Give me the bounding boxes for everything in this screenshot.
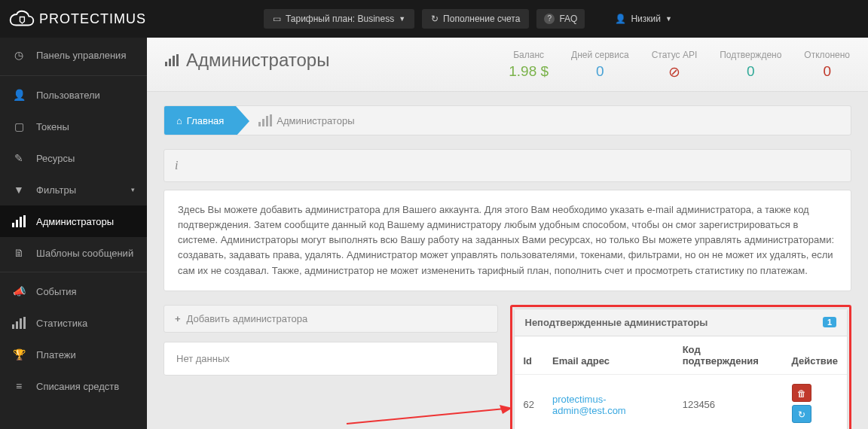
sidebar-item-admins[interactable]: Администраторы xyxy=(0,205,147,237)
main-content: Администраторы Баланс 1.98 $ Дней сервис… xyxy=(147,38,868,429)
svg-marker-1 xyxy=(500,405,512,414)
sidebar-item-label: Ресурсы xyxy=(36,153,75,164)
stat-label: Дней сервиса xyxy=(571,50,629,60)
add-admin-label: Добавить администратора xyxy=(187,313,308,324)
stat-balance: Баланс 1.98 $ xyxy=(509,50,549,81)
panel-header: Неподтвержденные администраторы 1 xyxy=(515,309,848,336)
brand-logo[interactable]: PROTECTIMUS xyxy=(0,9,147,29)
stat-rejected: Отклонено 0 xyxy=(804,50,850,81)
two-column-row: + Добавить администратора Нет данных Неп… xyxy=(164,305,851,429)
stat-value: 0 xyxy=(804,63,850,80)
info-bar: i xyxy=(164,149,851,182)
cell-actions: 🗑 ↻ xyxy=(783,374,847,429)
faq-button[interactable]: ? FAQ xyxy=(536,9,585,29)
count-badge: 1 xyxy=(823,317,836,327)
page-title: Администраторы xyxy=(165,50,329,71)
info-icon: i xyxy=(175,159,178,172)
bars-icon xyxy=(258,114,272,126)
list-icon: ≡ xyxy=(12,380,26,392)
sidebar-item-events[interactable]: 📣 События xyxy=(0,275,147,307)
page-title-text: Администраторы xyxy=(186,50,329,71)
doc-icon: 🗎 xyxy=(12,247,26,259)
funnel-icon: ▼ xyxy=(12,184,26,196)
user-icon: 👤 xyxy=(615,14,626,24)
breadcrumb-label: Администраторы xyxy=(277,115,354,126)
chevron-down-icon: ▼ xyxy=(399,15,405,23)
sidebar-item-label: Списания средств xyxy=(36,381,119,392)
sidebar-item-users[interactable]: 👤 Пользователи xyxy=(0,79,147,111)
faq-label: FAQ xyxy=(559,14,577,24)
trash-icon: 🗑 xyxy=(797,388,806,399)
sidebar-item-label: Фильтры xyxy=(36,184,76,196)
trophy-icon: 🏆 xyxy=(12,348,26,361)
no-data-label: Нет данных xyxy=(164,342,498,376)
col-id: Id xyxy=(515,336,543,375)
chart-icon xyxy=(12,317,26,329)
stat-value: 1.98 $ xyxy=(509,63,549,80)
stat-days: Дней сервиса 0 xyxy=(571,50,629,81)
pending-admins-panel: Неподтвержденные администраторы 1 Id Ema… xyxy=(514,309,848,429)
cell-id: 62 xyxy=(515,374,543,429)
stat-label: Отклонено xyxy=(804,50,850,60)
topbar: PROTECTIMUS ▭ Тарифный план: Business ▼ … xyxy=(0,0,868,38)
table-row: 62 protectimus-admin@test.com 123456 🗑 ↻ xyxy=(515,374,848,429)
delete-button[interactable]: 🗑 xyxy=(792,384,811,402)
megaphone-icon: 📣 xyxy=(12,285,26,297)
breadcrumb-label: Главная xyxy=(187,115,224,126)
pending-admins-panel-highlight: Неподтвержденные администраторы 1 Id Ema… xyxy=(510,305,852,429)
sidebar-item-label: Панель управления xyxy=(36,50,126,61)
question-icon: ? xyxy=(544,14,555,24)
sidebar-item-resources[interactable]: ✎ Ресурсы xyxy=(0,142,147,174)
home-icon: ⌂ xyxy=(176,115,182,126)
breadcrumb-home[interactable]: ⌂ Главная xyxy=(164,106,236,135)
stat-label: Баланс xyxy=(509,50,549,60)
col-action: Действие xyxy=(783,336,847,375)
stat-label: Подтверждено xyxy=(720,50,781,60)
stat-value: 0 xyxy=(571,63,629,80)
sidebar-item-templates[interactable]: 🗎 Шаблоны сообщений xyxy=(0,237,147,269)
refresh-icon: ↻ xyxy=(431,14,439,24)
breadcrumb: ⌂ Главная Администраторы xyxy=(164,105,851,135)
sidebar-item-debits[interactable]: ≡ Списания средств xyxy=(0,370,147,402)
sidebar-item-payments[interactable]: 🏆 Платежи xyxy=(0,339,147,370)
col-email: Email адрес xyxy=(543,336,674,375)
sidebar-item-label: События xyxy=(36,286,77,297)
card-icon: ▭ xyxy=(273,14,281,24)
device-icon: ▢ xyxy=(12,120,26,132)
sidebar-item-stats[interactable]: Статистика xyxy=(0,307,147,339)
sidebar-item-label: Пользователи xyxy=(36,90,100,101)
topbar-actions: ▭ Тарифный план: Business ▼ ↻ Пополнение… xyxy=(147,9,868,29)
topup-button[interactable]: ↻ Пополнение счета xyxy=(422,9,529,29)
ban-icon: ⊘ xyxy=(652,63,698,81)
person-icon: 👤 xyxy=(12,89,26,101)
annotation-arrow xyxy=(343,405,516,427)
bars-icon xyxy=(165,54,179,66)
plus-icon: + xyxy=(175,313,181,324)
edit-icon: ✎ xyxy=(12,152,26,164)
add-admin-button[interactable]: + Добавить администратора xyxy=(164,305,498,333)
sidebar-item-filters[interactable]: ▼ Фильтры ▾ xyxy=(0,174,147,205)
page-header: Администраторы Баланс 1.98 $ Дней сервис… xyxy=(147,38,868,92)
sidebar-item-label: Администраторы xyxy=(36,216,114,227)
stat-api: Статус API ⊘ xyxy=(652,50,698,81)
cell-email[interactable]: protectimus-admin@test.com xyxy=(543,374,674,429)
user-menu[interactable]: 👤 Низкий ▼ xyxy=(615,14,671,24)
sidebar-item-label: Токены xyxy=(36,121,69,132)
pending-admins-table: Id Email адрес Код подтверждения Действи… xyxy=(515,336,848,429)
chevron-down-icon: ▼ xyxy=(665,15,672,23)
stat-value: 0 xyxy=(720,63,781,80)
breadcrumb-current: Администраторы xyxy=(258,114,354,126)
refresh-icon: ↻ xyxy=(798,409,805,420)
col-code: Код подтверждения xyxy=(674,336,783,375)
panel-title: Неподтвержденные администраторы xyxy=(525,317,708,328)
svg-line-0 xyxy=(347,409,505,424)
sidebar-item-label: Шаблоны сообщений xyxy=(36,248,133,259)
plan-button[interactable]: ▭ Тарифный план: Business ▼ xyxy=(264,9,414,29)
refresh-button[interactable]: ↻ xyxy=(792,405,811,423)
divider xyxy=(0,75,147,76)
description-panel: Здесь Вы можете добавить администратора … xyxy=(164,190,851,291)
sidebar-item-tokens[interactable]: ▢ Токены xyxy=(0,111,147,142)
sidebar-item-label: Статистика xyxy=(36,318,87,329)
shield-cloud-icon xyxy=(9,9,35,29)
sidebar-item-dashboard[interactable]: ◷ Панель управления xyxy=(0,38,147,72)
